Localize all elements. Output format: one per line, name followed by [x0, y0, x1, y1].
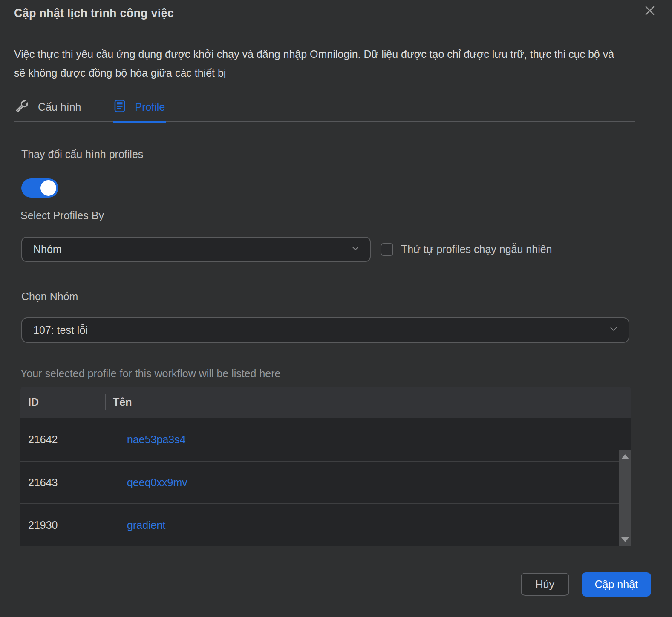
table-scrollbar[interactable]: [619, 450, 631, 546]
profile-card-icon: [114, 99, 125, 115]
tab-label-profile: Profile: [135, 101, 165, 113]
change-profiles-toggle[interactable]: [21, 178, 58, 198]
change-profiles-label: Thay đổi cấu hình profiles: [21, 148, 143, 161]
profile-id: 21643: [20, 476, 105, 489]
profile-name-link[interactable]: nae53pa3s4: [105, 433, 631, 446]
table-row[interactable]: 21643 qeeq0xx9mv: [20, 461, 631, 503]
random-order-label: Thứ tự profiles chạy ngẫu nhiên: [401, 243, 552, 255]
profile-name-link[interactable]: qeeq0xx9mv: [105, 476, 631, 489]
wrench-icon: [15, 100, 29, 115]
tab-cau-hinh[interactable]: Cấu hình: [14, 98, 82, 121]
dialog-description: Việc thực thi yêu cầu ứng dụng được khởi…: [14, 45, 621, 82]
tab-bar: Cấu hình Profile: [14, 98, 635, 122]
scroll-up-icon: [621, 454, 629, 459]
select-by-label: Select Profiles By: [20, 209, 104, 222]
scroll-down-button[interactable]: [619, 533, 631, 546]
select-by-dropdown[interactable]: Nhóm: [21, 237, 371, 262]
close-icon: [643, 4, 657, 19]
table-row[interactable]: 21642 nae53pa3s4: [20, 418, 631, 461]
random-order-checkbox[interactable]: [381, 243, 393, 256]
select-by-value: Nhóm: [33, 243, 62, 255]
table-header: ID Tên: [20, 387, 631, 418]
group-select-dropdown[interactable]: 107: test lỗi: [21, 317, 629, 343]
profiles-table: ID Tên 21642 nae53pa3s4 21643 qeeq0xx9mv…: [20, 387, 631, 546]
close-button[interactable]: [642, 3, 658, 19]
toggle-knob: [40, 180, 56, 196]
profile-id: 21930: [20, 519, 105, 531]
group-select-value: 107: test lỗi: [33, 324, 88, 336]
tab-label-cau-hinh: Cấu hình: [38, 101, 81, 113]
group-select-label: Chọn Nhóm: [21, 290, 78, 303]
profile-id: 21642: [20, 433, 105, 446]
profile-name-link[interactable]: gradient: [105, 519, 631, 531]
chevron-down-icon: [350, 243, 361, 256]
table-row[interactable]: 21930 gradient: [20, 503, 631, 546]
column-header-name: Tên: [105, 396, 631, 408]
selected-profiles-hint: Your selected profile for this workflow …: [20, 367, 280, 380]
cancel-button[interactable]: Hủy: [521, 573, 569, 596]
tab-profile[interactable]: Profile: [113, 98, 166, 121]
update-button[interactable]: Cập nhật: [582, 572, 651, 597]
column-separator: [105, 394, 106, 410]
active-tab-indicator: [113, 121, 166, 123]
scroll-up-button[interactable]: [619, 450, 631, 463]
column-header-id: ID: [20, 396, 105, 408]
chevron-down-icon: [608, 323, 619, 337]
table-body: 21642 nae53pa3s4 21643 qeeq0xx9mv 21930 …: [20, 418, 631, 546]
scroll-down-icon: [621, 537, 629, 542]
dialog-title: Cập nhật lịch trình công việc: [14, 7, 174, 20]
random-order-checkbox-group[interactable]: Thứ tự profiles chạy ngẫu nhiên: [381, 237, 552, 262]
